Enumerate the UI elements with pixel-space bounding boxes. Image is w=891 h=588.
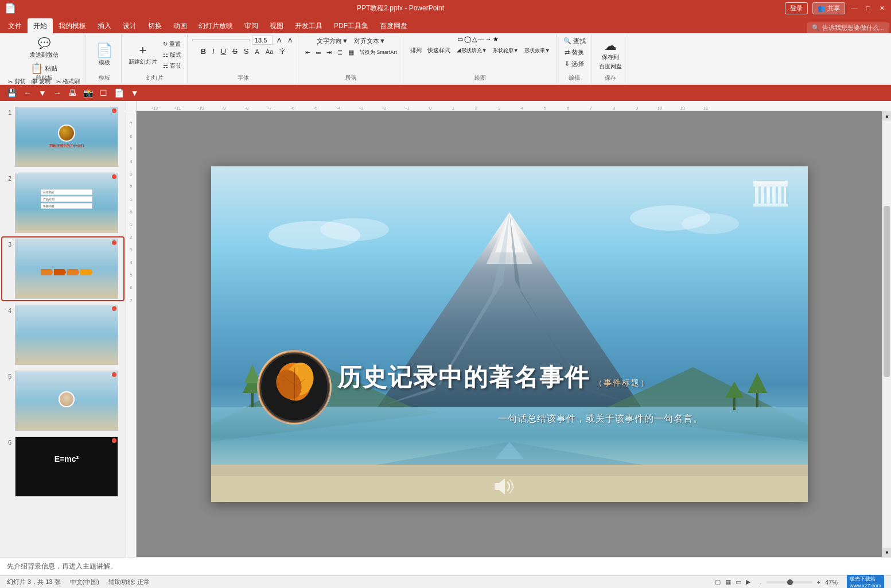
scroll-track[interactable]	[882, 120, 891, 548]
justify-button[interactable]: ≣	[335, 48, 345, 57]
svg-point-46	[511, 483, 513, 485]
find-button[interactable]: 🔍 查找	[561, 36, 588, 46]
share-button[interactable]: 👥 共享	[812, 2, 845, 14]
shape-tri[interactable]: △	[472, 36, 477, 43]
template-icon: 📄	[96, 44, 113, 57]
arrange-button[interactable]: 排列	[408, 45, 424, 56]
slide-item-5[interactable]: 5	[2, 369, 123, 432]
shape-fill-button[interactable]: ◢形状填充▼	[454, 45, 489, 56]
view-normal-button[interactable]: ▢	[715, 578, 721, 586]
increase-font-button[interactable]: A	[275, 36, 283, 45]
sound-icon-svg	[492, 476, 515, 497]
view-browse-button[interactable]: ▦	[725, 578, 731, 586]
fontcolor-button[interactable]: A	[252, 47, 261, 56]
slides-group: + 新建幻灯片 ↻ 重置 ☷ 版式 ☵ 百节 幻灯片	[123, 34, 188, 83]
close-button[interactable]: ✕	[877, 3, 886, 13]
send-to-wechat-button[interactable]: 💬 发送到微信	[28, 36, 61, 60]
search-box[interactable]: 🔍 告诉我您想要做什么...	[807, 22, 889, 33]
convert-smartart-button[interactable]: 转换为 SmartArt	[357, 48, 399, 57]
tab-dev[interactable]: 开发工具	[289, 18, 328, 33]
tab-file[interactable]: 文件	[2, 18, 28, 33]
shape-line[interactable]: ―	[478, 36, 484, 43]
shape-star[interactable]: ★	[493, 36, 499, 43]
shape-effect-button[interactable]: 形状效果▼	[522, 45, 553, 56]
align-center-button[interactable]: ═	[314, 48, 323, 57]
text-direction-button[interactable]: 文字方向▼	[314, 36, 351, 46]
tab-insert[interactable]: 插入	[92, 18, 117, 33]
slide-6-formula: E=mc²	[15, 454, 118, 464]
edit-label: 编辑	[558, 74, 592, 82]
maximize-button[interactable]: □	[863, 3, 873, 13]
tab-slideshow[interactable]: 幻灯片放映	[193, 18, 239, 33]
tab-design[interactable]: 设计	[117, 18, 142, 33]
login-button[interactable]: 登录	[785, 2, 808, 14]
select-button[interactable]: ⇩ 选择	[562, 59, 586, 69]
tab-pdf[interactable]: PDF工具集	[328, 18, 374, 33]
replace-button[interactable]: ⇄ 替换	[562, 47, 586, 58]
tab-review[interactable]: 审阅	[239, 18, 264, 33]
italic-button[interactable]: I	[210, 46, 217, 57]
section-button[interactable]: ☵ 百节	[161, 61, 184, 71]
slideshow-button[interactable]: ▶	[746, 578, 750, 586]
slide-main-title: 历史记录中的著名事件 （事件标题）	[337, 361, 649, 394]
reset-button[interactable]: ↻ 重置	[161, 39, 184, 49]
minimize-button[interactable]: —	[850, 3, 859, 13]
zoom-thumb[interactable]	[787, 579, 793, 585]
tab-animation[interactable]: 动画	[168, 18, 193, 33]
slide-item-2[interactable]: 2 公司简介 产品介绍 客服内容	[2, 172, 123, 234]
expand-qa[interactable]: ▼	[129, 87, 141, 99]
shape-outline-button[interactable]: 形状轮廓▼	[491, 45, 521, 56]
scroll-thumb[interactable]	[884, 206, 890, 377]
search-placeholder: 告诉我您想要做什么...	[822, 24, 884, 32]
align-right-button[interactable]: ⇥	[324, 48, 334, 57]
zoom-out-button[interactable]: -	[760, 579, 762, 586]
tab-transition[interactable]: 切换	[142, 18, 168, 33]
template-button[interactable]: 📄 模板	[94, 42, 115, 68]
view-reading-button[interactable]: ▭	[736, 578, 741, 586]
slide-item-3[interactable]: 3	[2, 237, 123, 300]
charspacing-button[interactable]: 字	[277, 46, 288, 57]
slide-2-content: 公司简介 产品介绍 客服内容	[41, 189, 92, 209]
view2-button[interactable]: ☐	[98, 87, 110, 99]
bold-button[interactable]: B	[199, 46, 208, 57]
slide-top-right-icon	[750, 178, 791, 215]
underline-button[interactable]: U	[219, 46, 228, 57]
shape-circle[interactable]: ◯	[464, 36, 471, 43]
decrease-font-button[interactable]: A	[286, 36, 294, 45]
slide-item-4[interactable]: 4	[2, 303, 123, 366]
new-slide-button[interactable]: + 新建幻灯片	[126, 43, 159, 67]
slide-sound-icon[interactable]	[492, 476, 515, 502]
slide-number-6: 6	[3, 439, 11, 446]
quick-style-button[interactable]: 快速样式	[425, 45, 453, 56]
align-left-button[interactable]: ⇤	[303, 48, 313, 57]
casechange-button[interactable]: Aa	[263, 47, 275, 56]
strikethrough-button[interactable]: S	[230, 46, 240, 57]
zoom-in-button[interactable]: +	[817, 579, 820, 586]
notes-area[interactable]: 先介绍背景信息，再进入主题讲解。	[0, 557, 891, 575]
slide-5-person	[59, 391, 75, 407]
tab-baidu[interactable]: 百度网盘	[374, 18, 413, 33]
shape-arrow[interactable]: →	[485, 36, 492, 43]
reset-icon: ↻	[163, 41, 168, 47]
slide-item-1[interactable]: 1 网购狂潮中的为什么们	[2, 106, 123, 168]
tab-view[interactable]: 视图	[264, 18, 289, 33]
slide-canvas-wrapper[interactable]: 历史记录中的著名事件 （事件标题） 一句话总结该事件，或关于该事件的一句名言。	[137, 111, 882, 557]
font-family-select[interactable]	[192, 39, 250, 41]
scroll-up-button[interactable]: ▲	[882, 111, 891, 120]
slide-item-6[interactable]: 6 E=mc²	[2, 435, 123, 498]
status-bar: 幻灯片 3，共 13 张 中文(中国) 辅助功能: 正常 ▢ ▦ ▭ ▶ - +…	[0, 575, 891, 588]
quick-access-toolbar: 💾 ← ▼ → 🖶 📸 ☐ 📄 ▼	[0, 85, 891, 101]
font-size-input[interactable]: 13.5	[252, 36, 273, 45]
align-text-button[interactable]: 对齐文本▼	[352, 36, 388, 46]
view1-button[interactable]: 📸	[81, 87, 95, 99]
shape-rect[interactable]: ▭	[457, 36, 463, 43]
view3-button[interactable]: 📄	[112, 87, 126, 99]
tab-home[interactable]: 开始	[28, 18, 53, 33]
shadow-button[interactable]: S	[242, 46, 251, 57]
scroll-down-button[interactable]: ▼	[882, 548, 891, 557]
tab-mytemplate[interactable]: 我的模板	[53, 18, 92, 33]
column-button[interactable]: ▦	[346, 48, 356, 57]
layout-button[interactable]: ☷ 版式	[161, 50, 184, 60]
save-baidu-button[interactable]: ☁ 保存到 百度网盘	[597, 38, 624, 72]
vertical-scrollbar[interactable]: ▲ ▼	[882, 111, 891, 557]
